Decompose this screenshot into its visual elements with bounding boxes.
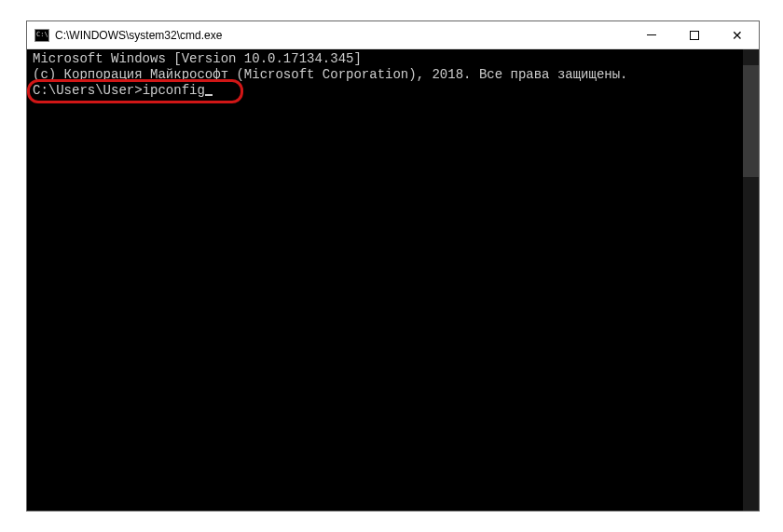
copyright-line: (c) Корпорация Майкрософт (Microsoft Cor… — [33, 67, 737, 83]
scrollbar[interactable] — [743, 49, 759, 511]
cmd-window: C:\WINDOWS\system32\cmd.exe ✕ Microsoft … — [26, 20, 760, 512]
cursor — [205, 94, 213, 96]
maximize-icon — [690, 31, 699, 40]
window-title: C:\WINDOWS\system32\cmd.exe — [55, 29, 222, 42]
command-input[interactable]: ipconfig — [143, 83, 205, 98]
minimize-icon — [647, 34, 656, 35]
titlebar[interactable]: C:\WINDOWS\system32\cmd.exe ✕ — [27, 21, 759, 49]
cmd-icon — [34, 29, 49, 42]
terminal-area[interactable]: Microsoft Windows [Version 10.0.17134.34… — [27, 49, 759, 511]
terminal-content[interactable]: Microsoft Windows [Version 10.0.17134.34… — [27, 49, 743, 511]
minimize-button[interactable] — [630, 21, 673, 48]
close-icon: ✕ — [732, 29, 743, 42]
prompt-line: C:\Users\User>ipconfig — [33, 83, 737, 99]
maximize-button[interactable] — [673, 21, 716, 48]
prompt-path: C:\Users\User> — [33, 83, 143, 98]
scrollbar-thumb[interactable] — [743, 65, 759, 177]
close-button[interactable]: ✕ — [716, 21, 759, 48]
window-controls: ✕ — [630, 21, 759, 48]
version-line: Microsoft Windows [Version 10.0.17134.34… — [33, 51, 737, 67]
